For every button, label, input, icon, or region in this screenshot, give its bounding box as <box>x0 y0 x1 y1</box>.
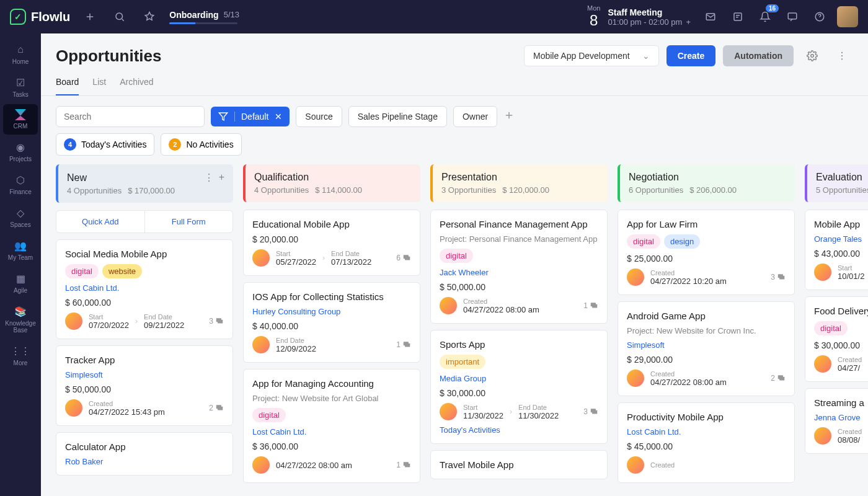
pin-icon[interactable] <box>140 7 159 27</box>
more-icon[interactable] <box>831 45 853 67</box>
card-link[interactable]: Orange Tales <box>814 234 868 244</box>
assignee-avatar[interactable] <box>440 297 457 314</box>
sidebar-item-crm[interactable]: CRM <box>3 104 38 135</box>
assignee-avatar[interactable] <box>252 456 270 474</box>
opportunity-card[interactable]: Food Deliverydigital$ 30,000.00Created04… <box>805 296 868 382</box>
tag[interactable]: website <box>102 264 142 278</box>
calendar-widget[interactable]: Mon 8 Staff Meeting 01:00 pm - 02:00 pm … <box>587 4 691 29</box>
onboarding-widget[interactable]: Onboarding 5/13 <box>169 10 239 24</box>
assignee-avatar[interactable] <box>440 403 457 420</box>
card-link[interactable]: Simplesoft <box>627 340 786 350</box>
opportunity-card[interactable]: Personal Finance Management AppProject: … <box>430 210 608 324</box>
card-link[interactable]: Rob Baker <box>65 457 224 466</box>
bell-icon[interactable]: 16 <box>755 7 775 27</box>
assignee-avatar[interactable] <box>814 427 831 445</box>
opportunity-card[interactable]: Sports AppimportantMedia Group$ 30,000.0… <box>430 330 608 444</box>
comments-count[interactable]: 1 <box>396 340 411 349</box>
comments-count[interactable]: 1 <box>396 461 411 469</box>
logo[interactable]: ✓ Flowlu <box>10 9 70 25</box>
tag[interactable]: digital <box>440 249 473 263</box>
column-more-icon[interactable]: ⋮ <box>204 172 214 184</box>
card-link[interactable]: Jenna Grove <box>814 413 868 422</box>
column-header[interactable]: Evaluation 5 Opportunities <box>805 164 868 202</box>
close-filter-icon[interactable]: ✕ <box>275 112 282 122</box>
tab-list[interactable]: List <box>92 77 106 95</box>
comments-count[interactable]: 3 <box>209 317 224 326</box>
card-link[interactable]: Lost Cabin Ltd. <box>65 283 224 293</box>
sidebar-item-more[interactable]: ⋮⋮More <box>3 340 38 371</box>
tab-board[interactable]: Board <box>56 77 79 95</box>
plus-icon[interactable] <box>80 7 100 27</box>
filter-chip-source[interactable]: Source <box>296 106 342 127</box>
sidebar-item-agile[interactable]: ▦Agile <box>3 267 38 299</box>
opportunity-card[interactable]: Social Media Mobile AppdigitalwebsiteLos… <box>56 239 233 339</box>
column-header[interactable]: Qualification 4 Opportunities$ 114,000.0… <box>243 164 420 202</box>
tag[interactable]: digital <box>627 234 660 249</box>
column-header[interactable]: New⋮+ 4 Opportunities$ 170,000.00 <box>56 164 233 203</box>
tag[interactable]: digital <box>252 408 286 422</box>
mail-icon[interactable] <box>701 7 720 27</box>
settings-icon[interactable] <box>801 45 823 67</box>
column-header[interactable]: Negotiation 6 Opportunities$ 206,000.00 <box>618 164 795 202</box>
assignee-avatar[interactable] <box>627 268 644 286</box>
full-form-button[interactable]: Full Form <box>145 211 233 232</box>
opportunity-card[interactable]: IOS App for Collecting StatisticsHurley … <box>243 282 420 363</box>
tag[interactable]: digital <box>814 321 848 335</box>
opportunity-card[interactable]: Travel Mobile App <box>430 450 608 479</box>
note-icon[interactable] <box>728 7 748 27</box>
comments-count[interactable]: 6 <box>396 254 411 262</box>
opportunity-card[interactable]: Streaming aJenna GroveCreated08/08/ <box>805 388 868 454</box>
opportunity-card[interactable]: Android Game AppProject: New Website for… <box>618 301 795 396</box>
opportunity-card[interactable]: Mobile AppOrange Tales$ 43,000.00Start10… <box>805 210 868 290</box>
card-link[interactable]: Jack Wheeler <box>440 268 598 277</box>
tag[interactable]: important <box>440 355 485 369</box>
search-input[interactable] <box>56 106 205 127</box>
assignee-avatar[interactable] <box>627 370 644 387</box>
sidebar-item-home[interactable]: ⌂Home <box>3 38 38 70</box>
column-header[interactable]: Presentation 3 Opportunities$ 120,000.00 <box>430 164 608 202</box>
create-button[interactable]: Create <box>666 45 716 66</box>
sidebar-item-projects[interactable]: ◉Projects <box>3 136 38 167</box>
card-link[interactable]: Lost Cabin Ltd. <box>252 427 411 436</box>
opportunity-card[interactable]: Calculator AppRob Baker <box>56 432 233 476</box>
user-avatar[interactable] <box>837 6 858 27</box>
tag[interactable]: design <box>664 234 700 249</box>
comments-count[interactable]: 3 <box>771 273 786 281</box>
assignee-avatar[interactable] <box>65 399 82 417</box>
sidebar-item-finance[interactable]: ⬡Finance <box>3 169 38 200</box>
tab-archived[interactable]: Archived <box>120 77 153 95</box>
assignee-avatar[interactable] <box>814 264 831 281</box>
todays-activities-link[interactable]: Today's Activities <box>440 425 598 435</box>
search-icon[interactable] <box>110 7 130 27</box>
card-link[interactable]: Lost Cabin Ltd. <box>627 427 786 436</box>
add-filter-icon[interactable] <box>503 110 515 123</box>
filter-default[interactable]: Default ✕ <box>211 107 290 126</box>
todays-activities-chip[interactable]: 4 Today's Activities <box>56 133 154 156</box>
card-link[interactable]: Simplesoft <box>65 370 224 379</box>
filter-chip-owner[interactable]: Owner <box>453 106 497 127</box>
add-meeting-icon[interactable]: + <box>686 17 691 27</box>
opportunity-card[interactable]: Productivity Mobile AppLost Cabin Ltd.$ … <box>618 402 795 483</box>
help-icon[interactable] <box>810 7 830 27</box>
comments-count[interactable]: 2 <box>771 374 786 383</box>
sidebar-item-knowledge-base[interactable]: 📚Knowledge Base <box>3 300 38 339</box>
card-link[interactable]: Media Group <box>440 374 598 383</box>
opportunity-card[interactable]: App for Managing AccountingProject: New … <box>243 369 420 483</box>
opportunity-card[interactable]: Tracker AppSimplesoft$ 50,000.00Created0… <box>56 345 233 426</box>
opportunity-card[interactable]: Educational Mobile App$ 20,000.00Start05… <box>243 210 420 276</box>
card-link[interactable]: Hurley Consulting Group <box>252 307 411 316</box>
pipeline-select[interactable]: Mobile App Development ⌄ <box>524 45 659 66</box>
sidebar-item-spaces[interactable]: ◇Spaces <box>3 202 38 233</box>
comments-count[interactable]: 3 <box>583 407 598 416</box>
automation-button[interactable]: Automation <box>723 45 794 66</box>
assignee-avatar[interactable] <box>65 312 82 330</box>
sidebar-item-tasks[interactable]: ☑Tasks <box>3 71 38 103</box>
assignee-avatar[interactable] <box>814 355 831 373</box>
tag[interactable]: digital <box>65 264 99 278</box>
comments-count[interactable]: 2 <box>209 404 224 412</box>
comments-count[interactable]: 1 <box>583 301 598 310</box>
column-add-icon[interactable]: + <box>219 172 224 184</box>
quick-add-button[interactable]: Quick Add <box>56 211 145 232</box>
assignee-avatar[interactable] <box>252 249 270 267</box>
assignee-avatar[interactable] <box>627 456 644 474</box>
